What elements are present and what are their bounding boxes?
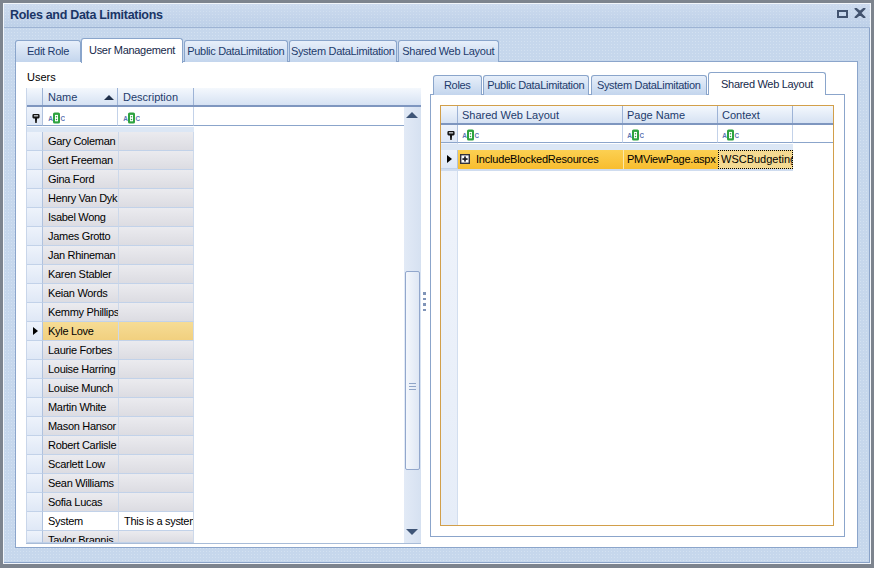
svg-text:C: C (474, 132, 479, 139)
svg-text:C: C (135, 115, 140, 122)
svg-text:A: A (627, 132, 632, 139)
svg-text:A: A (48, 115, 53, 122)
svg-text:C: C (639, 132, 644, 139)
svg-text:C: C (60, 115, 65, 122)
svg-text:A: A (462, 132, 467, 139)
svg-text:A: A (123, 115, 128, 122)
svg-text:A: A (722, 132, 727, 139)
svg-text:C: C (734, 132, 739, 139)
